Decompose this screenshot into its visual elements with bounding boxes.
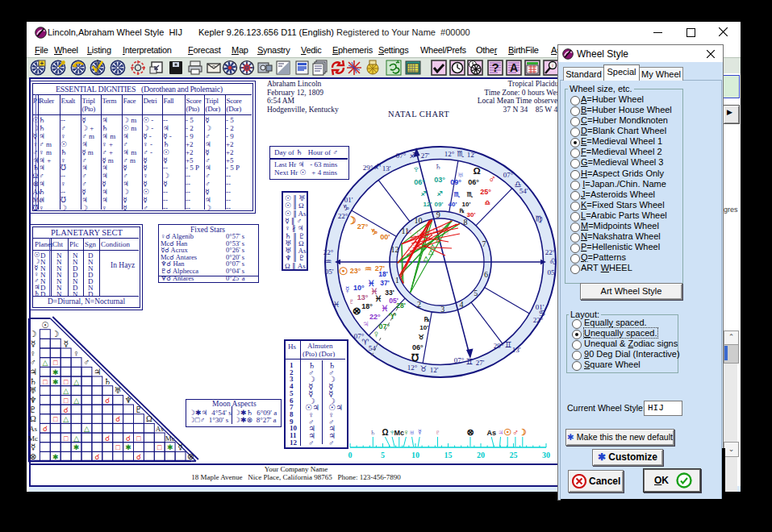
svg-text:♓︎: ♓︎ [333,300,340,309]
svg-text:25: 25 [510,451,518,459]
svg-text:♆︎: ♆︎ [29,396,36,405]
svg-text:△︎: △︎ [84,425,90,433]
svg-text:♅︎: ♅︎ [29,386,36,395]
svg-text:Mc: Mc [165,434,175,443]
svg-text:10': 10' [462,201,471,208]
svg-text:6: 6 [484,270,488,279]
svg-text:✱︎: ✱︎ [52,378,59,386]
svg-text:☌︎: ☌︎ [43,425,48,433]
svg-text:13': 13' [382,164,391,172]
svg-text:♄︎: ♄︎ [29,377,36,386]
svg-text:♉︎: ♉︎ [420,364,428,373]
svg-text:12': 12' [430,366,439,374]
svg-text:37': 37' [380,279,389,287]
svg-text:△︎: △︎ [73,378,79,386]
svg-text:00': 00' [380,233,390,241]
svg-text:25°: 25° [480,188,491,196]
svg-text:☽︎: ☽︎ [29,330,36,339]
svg-text:△︎: △︎ [419,243,426,250]
svg-text:♃︎: ♃︎ [94,368,101,376]
svg-text:☿︎: ☿︎ [63,339,68,348]
svg-text:12: 12 [391,245,399,254]
svg-text:54': 54' [520,187,528,195]
svg-text:⊗︎: ⊗︎ [187,452,194,461]
svg-text:33': 33' [385,289,394,297]
svg-text:0: 0 [348,451,353,459]
svg-text:12°: 12° [444,150,455,158]
svg-text:♊︎: ♊︎ [466,357,474,366]
svg-text:♉︎: ♉︎ [418,333,424,341]
svg-text:♂︎: ♂︎ [30,358,36,367]
svg-text:7: 7 [482,239,486,248]
svg-text:♂︎: ♂︎ [488,172,496,185]
svg-text:□︎: □︎ [115,443,120,451]
svg-text:☿︎: ☿︎ [31,339,35,348]
svg-text:□︎: □︎ [64,378,69,386]
svg-text:As: As [486,429,496,437]
svg-text:□︎: □︎ [434,227,438,234]
svg-text:✱︎: ✱︎ [52,453,59,461]
svg-text:13°: 13° [357,293,369,301]
svg-text:♎︎: ♎︎ [484,199,490,206]
svg-text:□︎: □︎ [426,239,430,246]
svg-text:♐︎: ♐︎ [410,151,417,160]
svg-text:03°: 03° [434,176,445,184]
svg-text:⊗︎: ⊗︎ [466,427,474,437]
svg-text:Ω︎: Ω︎ [30,414,36,423]
svg-text:♐︎: ♐︎ [420,190,426,197]
svg-text:09': 09' [435,201,444,208]
svg-text:07°: 07° [396,152,407,160]
svg-text:As: As [29,425,37,433]
svg-text:⊗︎: ⊗︎ [30,452,37,461]
svg-text:☿︎: ☿︎ [416,427,423,437]
svg-text:30': 30' [467,211,476,218]
svg-text:△︎: △︎ [73,397,79,405]
svg-text:♊︎: ♊︎ [505,340,512,349]
svg-text:9: 9 [436,210,440,219]
svg-text:☌︎: ☌︎ [105,397,110,405]
svg-text:15: 15 [444,451,453,459]
svg-text:10: 10 [411,451,419,459]
svg-text:♂︎: ♂︎ [84,358,90,367]
svg-text:27': 27' [476,359,485,367]
svg-text:♀︎: ♀︎ [550,62,555,69]
svg-text:27': 27' [421,152,430,160]
svg-text:?: ? [491,60,499,74]
svg-text:10°: 10° [353,284,365,292]
svg-text:A: A [510,61,518,74]
svg-text:♃︎: ♃︎ [29,368,36,376]
svg-text:℞︎: ℞︎ [460,208,465,214]
svg-text:12': 12' [467,151,476,159]
svg-text:☉︎: ☉︎ [339,265,348,277]
svg-text:□︎: □︎ [440,225,444,232]
svg-text:06°: 06° [412,343,424,351]
svg-text:☉︎: ☉︎ [41,321,48,330]
svg-text:✱︎: ✱︎ [52,368,59,376]
svg-text:△︎: △︎ [73,434,79,443]
svg-text:♄︎: ♄︎ [434,160,442,172]
svg-text:23°: 23° [350,267,361,275]
svg-text:06°: 06° [414,178,425,186]
svg-text:12': 12' [424,201,432,208]
svg-text:Ω︎: Ω︎ [146,414,152,423]
svg-text:09°: 09° [450,178,461,186]
svg-text:℧︎: ℧︎ [411,352,419,364]
svg-text:□︎: □︎ [428,231,432,238]
svg-text:20: 20 [477,451,485,459]
svg-text:♇︎: ♇︎ [434,427,440,437]
svg-text:℞︎: ℞︎ [424,316,430,323]
svg-text:13': 13' [512,346,521,354]
svg-text:□︎: □︎ [53,359,58,367]
svg-text:10': 10' [419,324,428,331]
svg-text:10: 10 [415,216,423,225]
svg-text:♏︎: ♏︎ [466,191,473,198]
svg-text:18': 18' [378,270,387,278]
svg-text:22°: 22° [323,248,334,256]
svg-text:☉︎: ☉︎ [503,427,511,437]
svg-text:05': 05' [325,268,334,276]
svg-text:♀︎: ♀︎ [73,349,80,358]
svg-text:2: 2 [417,300,421,309]
svg-text:△︎: △︎ [423,255,429,262]
svg-text:☌︎: ☌︎ [94,453,99,461]
svg-text:♒︎: ♒︎ [365,264,372,273]
